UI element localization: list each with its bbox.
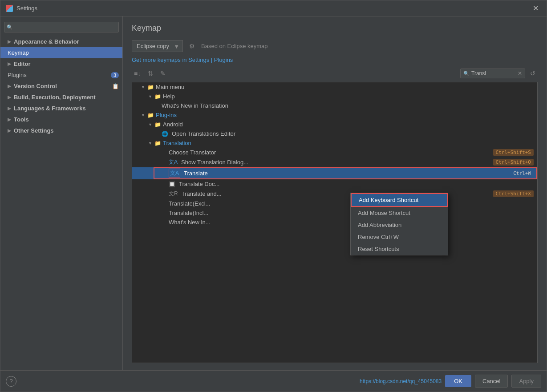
tree-arrow-icon: ▼ <box>148 141 153 145</box>
tree-item-label: Translation <box>163 140 534 146</box>
globe-icon: 🌐 <box>162 131 168 137</box>
sidebar-item-version-control[interactable]: ▶ Version Control 📋 <box>0 81 122 92</box>
tree-item-label: Android <box>163 121 534 128</box>
arrow-icon: ▶ <box>8 117 11 122</box>
sidebar: 🔍 ▶ Appearance & Behavior Keymap ▶ Edito… <box>0 16 123 370</box>
sidebar-item-plugins[interactable]: Plugins 3 <box>0 69 122 81</box>
tree-item-label: Help <box>163 93 534 100</box>
edit-icon-button[interactable]: ✎ <box>158 69 168 78</box>
sidebar-item-other-settings[interactable]: ▶ Other Settings <box>0 125 122 136</box>
cancel-button[interactable]: Cancel <box>475 375 508 388</box>
item-icon: 文R <box>169 190 178 198</box>
context-menu-label: Remove Ctrl+W <box>358 234 399 240</box>
sidebar-item-appearance[interactable]: ▶ Appearance & Behavior <box>0 36 122 47</box>
tree-item-whats-new[interactable]: What's New in Translation <box>132 101 537 110</box>
tree-item-label: Show Translation Dialog... <box>181 159 491 166</box>
sidebar-item-label: Keymap <box>8 49 29 56</box>
app-icon <box>6 5 13 12</box>
tree-item-open-translations[interactable]: 🌐 Open Translations Editor <box>132 129 537 138</box>
context-menu-label: Reset Shortcuts <box>358 246 399 252</box>
apply-button[interactable]: Apply <box>511 375 541 388</box>
translate-icon: 文A <box>169 158 178 166</box>
tree-item-label: What's New in Translation <box>162 102 534 109</box>
tree-item-translation[interactable]: ▼ 📁 Translation <box>132 138 537 148</box>
tree-item-translate-excl[interactable]: Translate(Excl... <box>132 199 537 208</box>
arrow-icon: ▶ <box>8 95 11 100</box>
tree-arrow-icon: ▼ <box>148 122 153 127</box>
tree-item-plugins[interactable]: ▼ 📁 Plug-ins <box>132 110 537 120</box>
gear-button[interactable]: ⚙ <box>187 41 197 52</box>
translate-icon: 文A <box>169 169 180 178</box>
context-menu-item-add-keyboard[interactable]: Add Keyboard Shortcut <box>351 193 448 207</box>
sidebar-item-label: Editor <box>14 61 31 67</box>
keymap-tree[interactable]: ▼ 📁 Main menu ▼ 📁 Help What's New in Tra… <box>132 82 538 363</box>
help-button[interactable]: ? <box>6 376 16 387</box>
search-clear-icon[interactable]: ✕ <box>518 70 522 77</box>
sidebar-item-languages[interactable]: ▶ Languages & Frameworks <box>0 103 122 114</box>
ok-button[interactable]: OK <box>445 375 471 387</box>
shortcut-badge: Ctrl+Shift+O <box>493 159 534 166</box>
folder-icon: 📁 <box>147 112 154 118</box>
tree-item-main-menu[interactable]: ▼ 📁 Main menu <box>132 82 537 92</box>
tree-item-show-translation[interactable]: 文A Show Translation Dialog... Ctrl+Shift… <box>132 157 537 167</box>
tree-item-label: Translate Doc... <box>179 181 534 187</box>
folder-icon: 📁 <box>154 140 161 146</box>
bottom-bar: ? https://blog.csdn.net/qq_45045083 OK C… <box>0 370 547 392</box>
context-menu-item-remove-ctrl-w[interactable]: Remove Ctrl+W <box>351 231 448 243</box>
tree-item-label: Open Translations Editor <box>172 130 534 137</box>
bottom-right: https://blog.csdn.net/qq_45045083 OK Can… <box>360 375 541 388</box>
keymap-dropdown[interactable]: Eclipse copy <box>132 40 183 52</box>
content-area: 🔍 ▶ Appearance & Behavior Keymap ▶ Edito… <box>0 16 547 370</box>
sidebar-search-input[interactable] <box>4 22 119 32</box>
keymap-search-input[interactable] <box>471 70 516 77</box>
arrow-icon: ▶ <box>8 128 11 133</box>
sidebar-item-label: Version Control <box>14 83 57 89</box>
section-title: Keymap <box>132 24 538 33</box>
tree-item-translate-doc[interactable]: 🔲 Translate Doc... <box>132 179 537 189</box>
sidebar-item-build[interactable]: ▶ Build, Execution, Deployment <box>0 92 122 103</box>
search-icon: 🔍 <box>463 71 470 77</box>
tree-item-translate-and[interactable]: 文R Translate and... Ctrl+Shift+X <box>132 189 537 199</box>
tree-item-android[interactable]: ▼ 📁 Android <box>132 120 537 129</box>
sidebar-item-editor[interactable]: ▶ Editor <box>0 58 122 69</box>
tree-item-whats-new-in[interactable]: What's New in... <box>132 218 537 227</box>
title-bar: Settings ✕ <box>0 0 547 16</box>
keymap-bar: Eclipse copy ▼ ⚙ Based on Eclipse keymap <box>132 40 538 52</box>
context-menu: Add Keyboard Shortcut Add Mouse Shortcut… <box>350 193 448 255</box>
context-menu-label: Add Keyboard Shortcut <box>359 197 418 203</box>
context-menu-item-reset-shortcuts[interactable]: Reset Shortcuts <box>351 243 448 255</box>
item-icon: 🔲 <box>169 181 175 187</box>
tree-item-help[interactable]: ▼ 📁 Help <box>132 92 537 101</box>
sidebar-item-tools[interactable]: ▶ Tools <box>0 114 122 125</box>
tree-item-choose-translator[interactable]: Choose Translator Ctrl+Shift+S <box>132 148 537 157</box>
close-button[interactable]: ✕ <box>530 3 541 13</box>
restore-button[interactable]: ↺ <box>528 69 538 78</box>
sidebar-item-label: Tools <box>14 116 29 123</box>
sidebar-item-label: Other Settings <box>14 127 54 134</box>
dialog-title: Settings <box>16 5 37 12</box>
sidebar-item-label: Plugins <box>8 72 27 78</box>
context-menu-item-add-mouse[interactable]: Add Mouse Shortcut <box>351 207 448 219</box>
tree-arrow-icon: ▼ <box>141 113 146 117</box>
plugins-badge: 3 <box>111 72 119 78</box>
folder-icon: 📁 <box>154 93 161 100</box>
expand-icon-button[interactable]: ⇅ <box>146 69 155 78</box>
filter-icon-button[interactable]: ≡↓ <box>132 69 143 78</box>
get-more-link[interactable]: Get more keymaps in Settings | Plugins <box>132 57 538 63</box>
title-bar-left: Settings <box>6 5 37 12</box>
tree-item-translate-incl[interactable]: Translate(Incl... <box>132 208 537 218</box>
context-menu-item-add-abbreviation[interactable]: Add Abbreviation <box>351 219 448 231</box>
sidebar-search-icon: 🔍 <box>7 24 13 30</box>
tree-item-translate[interactable]: 文A Translate Ctrl+W <box>132 167 537 179</box>
search-wrap: 🔍 ✕ <box>460 69 525 78</box>
sidebar-item-keymap[interactable]: Keymap <box>0 47 122 58</box>
sidebar-item-label: Build, Execution, Deployment <box>14 94 95 101</box>
context-menu-label: Add Mouse Shortcut <box>358 210 410 216</box>
sidebar-item-label: Appearance & Behavior <box>14 38 79 45</box>
arrow-icon: ▶ <box>8 39 11 44</box>
main-panel: Keymap Eclipse copy ▼ ⚙ Based on Eclipse… <box>123 16 547 370</box>
sidebar-search-box: 🔍 <box>4 22 119 32</box>
arrow-icon: ▶ <box>8 84 11 89</box>
shortcut-badge: Ctrl+W <box>511 170 534 177</box>
tree-item-label: Main menu <box>156 84 534 90</box>
